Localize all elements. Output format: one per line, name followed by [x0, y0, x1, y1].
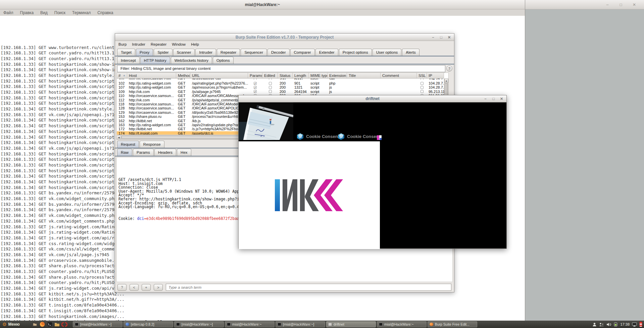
nav-button[interactable]: +: [142, 284, 151, 291]
captured-logo-image[interactable]: [239, 141, 380, 249]
table-row[interactable]: 101 http://js.rating-widget.com GET /Rat…: [117, 79, 444, 81]
burp-tab[interactable]: Comparer: [290, 49, 315, 56]
window-control-icon[interactable]: –: [483, 95, 488, 102]
terminal-menu-item[interactable]: Вид: [40, 10, 48, 15]
nav-button[interactable]: <: [130, 284, 139, 291]
burp-tab[interactable]: Extender: [315, 49, 338, 56]
window-control-icon[interactable]: ✕: [632, 2, 637, 7]
terminal-launcher-icon[interactable]: [47, 322, 53, 327]
column-header[interactable]: Params: [248, 73, 262, 78]
burp-menu-item[interactable]: Repeater: [151, 42, 166, 46]
burp-tab[interactable]: Repeater: [217, 49, 240, 56]
format-tab[interactable]: Params: [133, 149, 154, 156]
driftnet-titlebar[interactable]: driftnet –□✕: [239, 95, 506, 102]
format-tab[interactable]: Hex: [177, 149, 191, 156]
window-control-icon[interactable]: □: [491, 95, 496, 102]
burp-subtab[interactable]: Intercept: [117, 57, 140, 64]
column-header[interactable]: Status: [278, 73, 293, 78]
column-header[interactable]: URL: [190, 73, 248, 78]
firefox-launcher-icon[interactable]: [39, 322, 45, 327]
column-header[interactable]: Length: [293, 73, 309, 78]
notification-applet-icon[interactable]: [639, 322, 642, 327]
column-header[interactable]: IP: [427, 73, 444, 78]
terminal-menu-item[interactable]: Файл: [3, 10, 13, 15]
column-header[interactable]: SSL: [417, 73, 427, 78]
window-control-icon[interactable]: □: [439, 34, 443, 41]
format-tab[interactable]: Headers: [154, 149, 176, 156]
double-commander-launcher-icon[interactable]: [61, 322, 67, 327]
burp-menu-item[interactable]: Intruder: [132, 42, 145, 46]
display-icon[interactable]: [632, 322, 637, 327]
taskbar-window-button[interactable]: mial@HackWare:~: [377, 321, 427, 327]
table-row[interactable]: 102 http://js.rating-widget.com GET /api…: [117, 81, 444, 85]
table-row[interactable]: 107 http://js.rating-widget.com GET /api…: [117, 85, 444, 89]
taskbar-window-button[interactable]: [ettercap 0.8.2]: [123, 321, 173, 327]
cookie-consent-badge[interactable]: Cookie Consent: [296, 132, 339, 140]
help-icon[interactable]: ?: [446, 65, 452, 72]
terminal-menu-item[interactable]: Терминал: [72, 10, 91, 15]
burp-tab[interactable]: Proxy: [136, 49, 153, 56]
burp-menu-item[interactable]: Burp: [118, 42, 127, 46]
terminal-menu-item[interactable]: Правка: [20, 10, 34, 15]
scroll-left-icon[interactable]: ◀: [117, 136, 121, 139]
taskbar-window-button[interactable]: Burp Suite Free Edit...: [428, 321, 477, 327]
clock[interactable]: 17:38: [620, 322, 630, 326]
scroll-up-icon[interactable]: ▲: [444, 79, 448, 83]
burp-tab[interactable]: Spider: [154, 49, 172, 56]
window-control-icon[interactable]: ✕: [447, 34, 451, 41]
burp-titlebar[interactable]: Burp Suite Free Edition v1.7.03 - Tempor…: [115, 34, 454, 41]
burp-tab[interactable]: Target: [117, 49, 135, 56]
burp-subtab[interactable]: Options: [213, 57, 234, 64]
user-icon[interactable]: [592, 322, 597, 327]
users-network-icon[interactable]: [599, 322, 604, 327]
battery-indicator-icon[interactable]: [613, 322, 618, 327]
window-control-icon[interactable]: □: [618, 2, 623, 7]
menu-button[interactable]: ⚙ Меню: [2, 322, 20, 327]
burp-tab[interactable]: Sequencer: [241, 49, 267, 56]
search-input[interactable]: [166, 284, 451, 291]
view-tab[interactable]: Response: [140, 141, 164, 148]
column-header[interactable]: #: [117, 73, 127, 78]
filter-bar[interactable]: Filter: Hiding CSS, image and general bi…: [117, 65, 445, 72]
folder-launcher-icon[interactable]: [54, 322, 60, 327]
terminal-menu-item[interactable]: Поиск: [54, 10, 65, 15]
taskbar-window-button[interactable]: mial@HackWare:~: [225, 321, 275, 327]
taskbar-window-button[interactable]: [mial@HackWare:~]: [174, 321, 224, 327]
column-header[interactable]: MIME type: [309, 73, 328, 78]
terminal-titlebar[interactable]: mial@HackWare:~: [0, 0, 525, 9]
captured-photo-notepad[interactable]: [239, 102, 293, 140]
taskbar-window-button[interactable]: driftnet: [326, 321, 376, 327]
column-header[interactable]: Host: [127, 73, 176, 78]
column-header[interactable]: Method: [176, 73, 190, 78]
nav-button[interactable]: >: [154, 284, 163, 291]
window-control-icon[interactable]: –: [431, 34, 435, 41]
cell-ip: 104.28.7.49: [427, 85, 444, 89]
view-tab[interactable]: Request: [117, 141, 139, 148]
burp-subtab[interactable]: HTTP history: [140, 57, 170, 64]
burp-subtab[interactable]: WebSockets history: [171, 57, 212, 64]
nav-button[interactable]: ?: [117, 284, 127, 291]
captured-tiny-image[interactable]: [377, 135, 382, 140]
column-header[interactable]: Edited: [262, 73, 278, 78]
taskbar-window-button[interactable]: [mial@HackWare:~]: [276, 321, 325, 327]
window-control-icon[interactable]: ✕: [499, 95, 504, 102]
column-header[interactable]: Title: [347, 73, 381, 78]
column-header[interactable]: Comment: [381, 73, 417, 78]
cookie-consent-badge[interactable]: Cookie Consent: [337, 132, 380, 140]
burp-tab[interactable]: Project options: [339, 49, 372, 56]
window-control-icon[interactable]: –: [605, 2, 610, 7]
burp-tab[interactable]: Decoder: [267, 49, 289, 56]
terminal-menu-item[interactable]: Справка: [97, 10, 113, 15]
burp-tab[interactable]: Alerts: [402, 49, 419, 56]
burp-tab[interactable]: Scanner: [173, 49, 195, 56]
volume-icon[interactable]: [606, 322, 611, 327]
column-header[interactable]: Extension: [328, 73, 347, 78]
files-launcher-icon[interactable]: [32, 322, 38, 327]
format-tab[interactable]: Raw: [117, 149, 132, 156]
table-row[interactable]: 109 http://vk.com GET /js/al/page.js?945…: [117, 90, 444, 94]
taskbar-window-button[interactable]: [mial@HackWare:~]: [73, 321, 122, 327]
burp-tab[interactable]: Intruder: [195, 49, 216, 56]
burp-menu-item[interactable]: Help: [191, 42, 199, 46]
burp-menu-item[interactable]: Window: [172, 42, 186, 46]
burp-tab[interactable]: User options: [373, 49, 402, 56]
